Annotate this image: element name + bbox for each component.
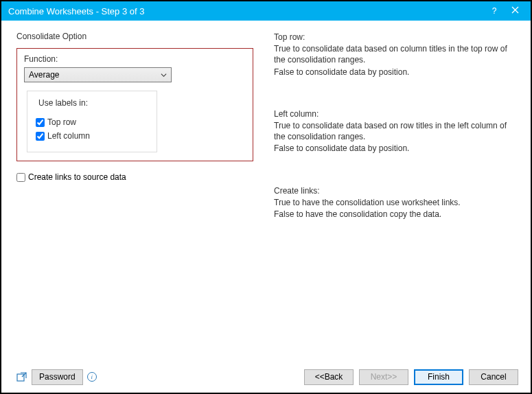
create-links-label: Create links to source data [28, 172, 126, 182]
help-create-links: Create links: True to have the consolida… [274, 185, 518, 220]
left-column-label: Left column [47, 131, 90, 141]
function-label: Function: [24, 54, 246, 64]
help-left-column-line1: True to consolidate data based on row ti… [274, 120, 518, 142]
help-top-row-title: Top row: [274, 32, 518, 43]
help-icon: ? [492, 6, 497, 16]
svg-rect-0 [17, 374, 24, 381]
create-links-checkbox[interactable] [16, 173, 25, 182]
help-create-links-title: Create links: [274, 185, 518, 196]
titlebar: Combine Worksheets - Step 3 of 3 ? [1, 1, 531, 21]
close-icon [511, 6, 519, 16]
close-button[interactable] [505, 1, 525, 21]
help-left-column-line2: False to consolidate data by position. [274, 143, 518, 154]
help-button[interactable]: ? [484, 1, 505, 21]
popout-icon[interactable] [16, 371, 27, 382]
help-top-row: Top row: True to consolidate data based … [274, 32, 518, 78]
help-text-panel: Top row: True to consolidate data based … [274, 32, 518, 361]
help-left-column-title: Left column: [274, 108, 518, 119]
window-title: Combine Worksheets - Step 3 of 3 [8, 6, 484, 16]
footer: Password i <<Back Next>> Finish Cancel [1, 361, 531, 393]
consolidate-option-panel: Consolidate Option Function: Average Use… [16, 32, 253, 361]
help-top-row-line1: True to consolidate data based on column… [274, 43, 518, 65]
left-column-checkbox[interactable] [36, 132, 45, 141]
info-icon[interactable]: i [87, 372, 97, 382]
help-create-links-line1: True to have the consolidation use works… [274, 197, 518, 208]
help-create-links-line2: False to have the consolidation copy the… [274, 209, 518, 220]
use-labels-legend: Use labels in: [36, 98, 91, 108]
consolidate-option-title: Consolidate Option [16, 32, 253, 41]
finish-button[interactable]: Finish [414, 369, 463, 385]
cancel-button[interactable]: Cancel [469, 369, 518, 385]
options-highlight-frame: Function: Average Use labels in: Top row [16, 48, 253, 161]
back-button[interactable]: <<Back [304, 369, 354, 385]
top-row-label: Top row [47, 117, 76, 127]
help-top-row-line2: False to consolidate data by position. [274, 67, 518, 78]
password-button[interactable]: Password [32, 369, 83, 385]
top-row-checkbox[interactable] [36, 118, 45, 127]
function-select[interactable]: Average [24, 67, 172, 82]
next-button[interactable]: Next>> [359, 369, 408, 385]
help-left-column: Left column: True to consolidate data ba… [274, 108, 518, 154]
use-labels-fieldset: Use labels in: Top row Left column [27, 91, 157, 152]
